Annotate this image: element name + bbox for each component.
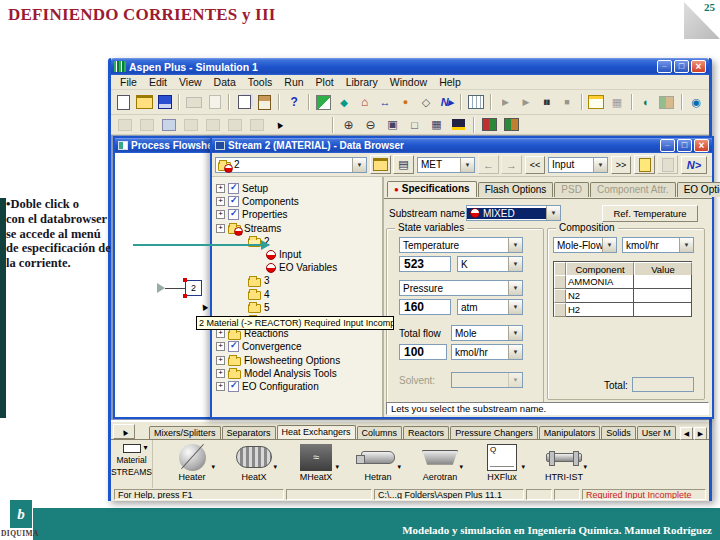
section-red-green-icon[interactable]	[479, 115, 500, 134]
model-button[interactable]: ▾ HTRI-IST	[533, 440, 595, 488]
forward-icon[interactable]	[501, 155, 522, 174]
minimize-icon[interactable]	[660, 139, 675, 152]
chevron-down-icon[interactable]: ▾	[273, 463, 277, 471]
menu-item[interactable]: File	[114, 76, 143, 88]
prev-sheet-button[interactable]: <<	[525, 156, 545, 174]
minimize-icon[interactable]	[657, 60, 672, 73]
new-icon[interactable]	[114, 93, 133, 112]
data-browser-title-bar[interactable]: Stream 2 (MATERIAL) - Data Browser	[212, 138, 712, 153]
ref-temperature-button[interactable]: Ref. Temperature	[602, 205, 698, 222]
model-icon[interactable]: ▾	[542, 442, 586, 472]
object-combo[interactable]: 2	[215, 157, 367, 173]
next-input-button[interactable]: N>	[681, 156, 707, 174]
expand-plus-icon[interactable]	[216, 210, 225, 219]
tree-item[interactable]: Components	[212, 195, 382, 208]
model-button[interactable]: ▾ MHeatX	[285, 440, 347, 488]
expand-plus-icon[interactable]	[216, 369, 225, 378]
separator[interactable]	[581, 94, 583, 110]
tree-view-icon[interactable]	[393, 155, 414, 174]
copy-icon[interactable]	[234, 93, 253, 112]
temperature-combo[interactable]: Temperature	[399, 237, 523, 253]
form-tab[interactable]: Specifications	[387, 181, 477, 197]
tree-item[interactable]: 5	[212, 301, 382, 314]
model-library-tab[interactable]: Heat Exchangers	[277, 425, 356, 439]
model-icon[interactable]: ▾	[232, 442, 276, 472]
separator[interactable]	[178, 94, 180, 110]
model-library-tab[interactable]: Reactors	[403, 426, 449, 439]
chevron-down-icon[interactable]	[508, 281, 522, 295]
value-cell[interactable]	[634, 303, 692, 317]
hierarchy-icon[interactable]	[202, 115, 223, 134]
new-form-icon[interactable]	[634, 155, 655, 174]
model-button[interactable]: ▾ HeatX	[223, 440, 285, 488]
chevron-down-icon[interactable]	[602, 238, 616, 252]
scroll-right-icon[interactable]: ▶	[694, 427, 707, 440]
model-button[interactable]: ▾ Aerotran	[409, 440, 471, 488]
model-icon[interactable]: ▾	[356, 442, 400, 472]
next-sheet-button[interactable]: >>	[611, 156, 631, 174]
component-cell[interactable]: N2	[566, 289, 634, 303]
separator[interactable]	[278, 94, 280, 110]
separator[interactable]	[631, 94, 633, 110]
print-preview-icon[interactable]	[205, 93, 224, 112]
chevron-down-icon[interactable]: ▾	[459, 463, 463, 471]
stream-analysis-icon[interactable]	[334, 93, 353, 112]
expand-plus-icon[interactable]	[216, 184, 225, 193]
separator[interactable]	[681, 94, 683, 110]
select-cursor-icon[interactable]	[268, 115, 289, 134]
composition-basis-combo[interactable]: Mole-Flow	[553, 237, 617, 253]
menu-item[interactable]: View	[173, 76, 208, 88]
page-grid-icon[interactable]	[426, 115, 447, 134]
aspen-globe-icon[interactable]	[687, 93, 706, 112]
stream-duplicate-icon[interactable]	[375, 93, 394, 112]
separator[interactable]	[460, 94, 462, 110]
chevron-down-icon[interactable]: ▾	[397, 463, 401, 471]
menu-item[interactable]: Plot	[310, 76, 340, 88]
maximize-icon[interactable]	[677, 139, 692, 152]
chevron-down-icon[interactable]: ▾	[521, 463, 525, 471]
main-title-bar[interactable]: Aspen Plus - Simulation 1	[111, 58, 709, 75]
zoom-out-icon[interactable]	[360, 115, 381, 134]
join-stream-icon[interactable]	[136, 115, 157, 134]
chevron-down-icon[interactable]: ▾	[211, 463, 215, 471]
paste-icon[interactable]	[255, 93, 274, 112]
separator[interactable]	[308, 94, 310, 110]
help-icon[interactable]	[284, 93, 303, 112]
model-icon[interactable]: ▾	[418, 442, 462, 472]
save-icon[interactable]	[155, 93, 174, 112]
control-panel-icon[interactable]	[587, 93, 606, 112]
expand-plus-icon[interactable]	[216, 197, 225, 206]
chevron-down-icon[interactable]: ▾	[335, 463, 339, 471]
pressure-combo[interactable]: Pressure	[399, 280, 523, 296]
expand-plus-icon[interactable]	[216, 356, 225, 365]
component-cell[interactable]: H2	[566, 303, 634, 317]
zoom-selection-icon[interactable]	[382, 115, 403, 134]
pause-icon[interactable]	[537, 93, 556, 112]
utilities-icon[interactable]	[396, 93, 415, 112]
tree-item[interactable]: 3	[212, 274, 382, 287]
pressure-unit-combo[interactable]: atm	[457, 299, 523, 315]
separator[interactable]	[332, 117, 334, 133]
check-results-icon[interactable]	[637, 93, 656, 112]
temperature-unit-combo[interactable]: K	[457, 256, 523, 272]
expand-plus-icon[interactable]	[216, 382, 225, 391]
chevron-down-icon[interactable]	[352, 158, 366, 172]
parent-folder-icon[interactable]	[370, 155, 391, 174]
stop-icon[interactable]	[557, 93, 576, 112]
run-icon[interactable]	[516, 93, 535, 112]
print-icon[interactable]	[184, 93, 203, 112]
break-stream-icon[interactable]	[114, 115, 135, 134]
expand-plus-icon[interactable]	[216, 342, 225, 351]
tree-item[interactable]: 4	[212, 288, 382, 301]
menu-item[interactable]: Help	[433, 76, 467, 88]
sheet-combo[interactable]: Input	[548, 157, 608, 173]
stream-label-node[interactable]: 2	[185, 280, 202, 296]
open-icon[interactable]	[134, 93, 153, 112]
form-tab[interactable]: Component Attr.	[590, 182, 676, 197]
tree-item[interactable]: Setup	[212, 182, 382, 195]
flow-unit-combo[interactable]: kmol/hr	[451, 344, 523, 360]
property-analysis-icon[interactable]	[355, 93, 374, 112]
expand-hierarchy-icon[interactable]	[224, 115, 245, 134]
chevron-down-icon[interactable]	[508, 257, 522, 271]
total-flow-input[interactable]: 100	[399, 344, 447, 360]
